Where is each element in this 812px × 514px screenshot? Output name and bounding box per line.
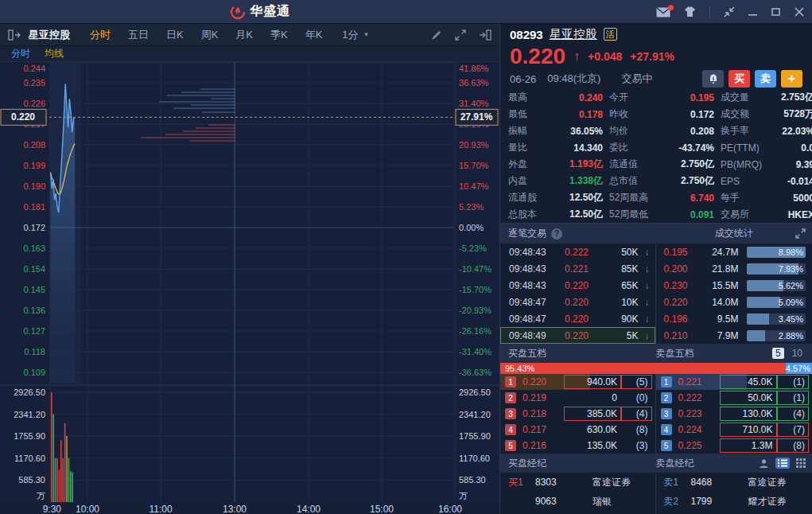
help-icon[interactable]: ? bbox=[551, 228, 562, 239]
stat-label: PE(TTM) bbox=[721, 142, 760, 154]
broker-row[interactable]: 卖18468富途证券 bbox=[656, 473, 812, 492]
svg-text:1170.60: 1170.60 bbox=[459, 454, 490, 463]
ask-depth-row[interactable]: 20.22250.0K(1) bbox=[656, 390, 812, 406]
mail-icon[interactable] bbox=[656, 7, 670, 18]
close-icon[interactable] bbox=[795, 7, 804, 17]
collapse-sidebar-icon[interactable] bbox=[8, 29, 21, 41]
stat-label: 换手率 bbox=[721, 124, 749, 138]
tick-row[interactable]: 09:48:430.22250K↓ bbox=[500, 243, 655, 260]
legend-minute-line[interactable]: 分时 bbox=[11, 47, 30, 60]
volume-distribution-row[interactable]: 0.2107.9M2.88% bbox=[656, 327, 812, 344]
depth-price: 0.223 bbox=[678, 408, 720, 419]
tab-quarterly-k[interactable]: 季K bbox=[270, 28, 288, 42]
tab-weekly-k[interactable]: 周K bbox=[201, 28, 219, 42]
stat-cell: 最高0.240 bbox=[507, 89, 608, 106]
tab-5day[interactable]: 五日 bbox=[128, 28, 149, 42]
shrink-window-icon[interactable] bbox=[724, 6, 735, 18]
notification-dot bbox=[668, 5, 674, 10]
bid-depth-row[interactable]: 50.216135.0K(3) bbox=[500, 438, 655, 454]
toggle-panel-icon[interactable] bbox=[479, 29, 491, 41]
legend-avg-line[interactable]: 均线 bbox=[45, 47, 64, 60]
broker-list-view-icon[interactable] bbox=[775, 458, 790, 469]
ask-depth-row[interactable]: 10.22145.0K(1) bbox=[656, 374, 812, 390]
stat-cell: 每手5000 bbox=[719, 189, 812, 206]
stat-value: HKEX bbox=[788, 209, 812, 220]
stock-name-link[interactable]: 星亚控股 bbox=[550, 27, 597, 42]
volume-distribution-row[interactable]: 0.20021.8M7.93% bbox=[656, 260, 812, 277]
sell-button[interactable]: 卖 bbox=[755, 70, 776, 88]
broker-row[interactable]: 卖21799耀才证券 bbox=[656, 492, 812, 511]
dist-percent: 5.09% bbox=[779, 297, 803, 308]
tick-row[interactable]: 09:48:430.22185K↓ bbox=[500, 260, 655, 277]
volume-distribution-row[interactable]: 0.22014.0M5.09% bbox=[656, 294, 812, 310]
stat-value: -0.014 bbox=[787, 176, 812, 187]
bid-depth-row[interactable]: 40.217630.0K(8) bbox=[500, 422, 655, 438]
stat-cell: 最低0.178 bbox=[507, 106, 608, 123]
stat-value: 14.340 bbox=[573, 142, 603, 154]
svg-text:-5.23%: -5.23% bbox=[459, 243, 487, 253]
stat-value: 12.50亿 bbox=[569, 208, 603, 221]
tick-row[interactable]: 09:48:470.22010K↓ bbox=[500, 294, 655, 310]
depth-toggle-10[interactable]: 10 bbox=[789, 348, 806, 359]
broker-name: 瑞银 bbox=[580, 495, 647, 508]
bid-depth-row[interactable]: 20.2190(0) bbox=[500, 390, 655, 406]
expand-panel-icon[interactable] bbox=[795, 228, 806, 239]
fullscreen-icon[interactable] bbox=[455, 29, 466, 41]
tick-time: 09:48:47 bbox=[509, 313, 558, 325]
broker-person-icon[interactable] bbox=[759, 458, 769, 469]
svg-text:15.70%: 15.70% bbox=[459, 161, 489, 170]
draw-pencil-icon[interactable] bbox=[431, 29, 442, 41]
depth-level-badge: 5 bbox=[505, 440, 516, 451]
svg-text:31.40%: 31.40% bbox=[459, 99, 489, 108]
price-alert-button[interactable] bbox=[702, 70, 724, 88]
svg-text:585.30: 585.30 bbox=[18, 475, 45, 485]
price-change-percent: +27.91% bbox=[630, 50, 674, 63]
stat-cell: 换手率22.03% bbox=[719, 123, 812, 139]
svg-text:0.220: 0.220 bbox=[11, 111, 35, 123]
depth-volume: 1.3M bbox=[720, 438, 777, 453]
ask-depth-row[interactable]: 50.2251.3M(8) bbox=[656, 438, 812, 454]
ask-depth-row[interactable]: 30.223130.0K(4) bbox=[656, 406, 812, 422]
tick-row[interactable]: 09:48:470.22090K↓ bbox=[500, 310, 655, 327]
stat-value: 6.740 bbox=[690, 193, 714, 204]
tab-monthly-k[interactable]: 月K bbox=[235, 28, 253, 42]
tab-yearly-k[interactable]: 年K bbox=[305, 28, 323, 42]
buy-button[interactable]: 买 bbox=[728, 70, 750, 88]
minimize-icon[interactable] bbox=[748, 7, 758, 17]
svg-text:2926.50: 2926.50 bbox=[14, 387, 45, 397]
stat-value: 0.178 bbox=[579, 109, 603, 120]
svg-text:2341.20: 2341.20 bbox=[14, 410, 45, 419]
dist-percent: 2.88% bbox=[779, 330, 803, 341]
stat-value: 0.0 bbox=[801, 142, 812, 154]
volume-distribution-row[interactable]: 0.23015.5M5.62% bbox=[656, 277, 812, 294]
stat-cell: 流通值2.750亿 bbox=[608, 156, 719, 173]
depth-price: 0.220 bbox=[523, 376, 564, 387]
tick-row[interactable]: 09:48:430.22065K↓ bbox=[500, 277, 655, 294]
stat-value: 0.208 bbox=[690, 126, 714, 137]
maximize-icon[interactable] bbox=[771, 7, 781, 17]
ask-depth-row[interactable]: 40.224710.0K(7) bbox=[656, 422, 812, 438]
bid-depth-row[interactable]: 10.220940.0K(5) bbox=[500, 374, 655, 390]
chevron-down-icon[interactable]: ▼ bbox=[363, 31, 370, 38]
broker-row[interactable]: 9063瑞银 bbox=[500, 492, 655, 511]
svg-text:0.208: 0.208 bbox=[23, 140, 45, 150]
stat-value: 5000 bbox=[793, 193, 812, 204]
tick-price: 0.220 bbox=[558, 330, 604, 341]
volume-distribution-row[interactable]: 0.19524.7M8.98% bbox=[656, 243, 812, 260]
broker-row[interactable]: 买18303富途证券 bbox=[500, 473, 655, 492]
broker-grid-view-icon[interactable] bbox=[796, 458, 806, 468]
depth-order-count: (8) bbox=[621, 422, 652, 437]
tab-daily-k[interactable]: 日K bbox=[166, 28, 184, 42]
time-axis-label: 10:00 bbox=[76, 504, 99, 514]
add-watchlist-button[interactable]: + bbox=[781, 70, 802, 88]
dist-bar: 5.62% bbox=[747, 280, 806, 291]
tab-minute[interactable]: 分时 bbox=[90, 28, 111, 42]
minute-chart-canvas[interactable]: 0.24441.86%0.23536.63%0.22631.40%0.21726… bbox=[0, 62, 499, 504]
time-axis-label: 14:00 bbox=[297, 504, 321, 514]
period-select[interactable]: 1分 bbox=[342, 28, 358, 42]
volume-distribution-row[interactable]: 0.1969.5M3.45% bbox=[656, 310, 812, 327]
tick-row[interactable]: 09:48:490.2205K↓ bbox=[500, 327, 655, 344]
depth-toggle-5[interactable]: 5 bbox=[772, 348, 784, 359]
theme-skin-icon[interactable] bbox=[684, 6, 696, 18]
bid-depth-row[interactable]: 30.218385.0K(4) bbox=[500, 406, 655, 422]
